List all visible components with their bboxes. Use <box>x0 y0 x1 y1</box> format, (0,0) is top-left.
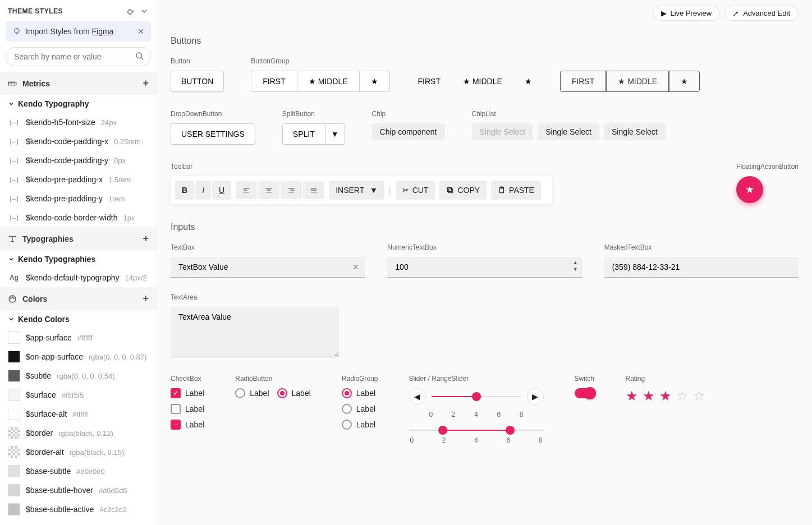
radio-group-item[interactable]: Label <box>342 388 378 398</box>
chip[interactable]: Chip component <box>372 123 445 140</box>
checkbox[interactable]: ✓Label <box>171 388 204 398</box>
group-middle[interactable]: MIDDLE <box>452 71 513 92</box>
metric-item[interactable]: $kendo-code-padding-y0px <box>0 151 157 170</box>
radio[interactable]: Label <box>277 388 311 398</box>
checkbox-indeterminate[interactable]: –Label <box>171 420 204 430</box>
spin-up[interactable]: ▲ <box>572 259 579 266</box>
button[interactable]: BUTTON <box>171 71 224 92</box>
typography-item[interactable]: Ag $kendo-default-typography 14px/2 <box>0 268 157 287</box>
color-item[interactable]: $borderrgba(black, 0.12) <box>0 423 157 443</box>
paste-button[interactable]: PASTE <box>491 181 541 200</box>
section-colors[interactable]: Colors + <box>0 287 157 310</box>
slider[interactable]: ◀ ▶ 0 2 4 6 8 <box>409 388 544 418</box>
palette-icon <box>8 294 17 303</box>
color-item[interactable]: $base-subtle#e0e0e0 <box>0 462 157 481</box>
chip-item[interactable]: Single Select <box>538 123 599 140</box>
copy-button[interactable]: COPY <box>439 181 487 200</box>
import-figma-box[interactable]: Import Styles from Figma ✕ <box>6 21 151 42</box>
star-icon <box>371 77 378 86</box>
metric-item[interactable]: $kendo-code-border-width1px <box>0 208 157 227</box>
textarea[interactable] <box>171 307 339 357</box>
lightbulb-icon <box>12 27 21 36</box>
group-middle[interactable]: MIDDLE <box>606 71 669 92</box>
color-item[interactable]: $base-subtle-active#c2c2c2 <box>0 500 157 519</box>
tree-kendo-typography[interactable]: Kendo Typography <box>0 95 157 113</box>
live-preview-button[interactable]: ▶ Live Preview <box>653 6 720 21</box>
section-metrics[interactable]: Metrics + <box>0 72 157 95</box>
underline-button[interactable]: U <box>212 181 231 200</box>
chip-item[interactable]: Single Select <box>604 123 666 140</box>
search-input[interactable] <box>6 47 151 66</box>
align-center-button[interactable] <box>258 181 279 199</box>
bold-button[interactable]: B <box>175 181 194 200</box>
rating-star[interactable]: ☆ <box>693 388 705 404</box>
masked-textbox[interactable] <box>604 257 799 278</box>
radio-group-item[interactable]: Label <box>342 404 378 414</box>
section-typographies[interactable]: Typographies + <box>0 227 157 250</box>
insert-button[interactable]: INSERT ▼ <box>329 181 384 200</box>
color-swatch <box>8 408 20 420</box>
color-item[interactable]: $subtlergba(0, 0, 0, 0.54) <box>0 366 157 385</box>
tree-kendo-colors[interactable]: Kendo Colors <box>0 310 157 328</box>
import-close-icon[interactable]: ✕ <box>137 27 144 36</box>
color-item[interactable]: $base-subtle-hover#d6d6d6 <box>0 481 157 500</box>
rating-star[interactable]: ☆ <box>676 388 689 404</box>
bucket-icon[interactable] <box>126 7 135 16</box>
radio-group-item[interactable]: Label <box>342 420 378 430</box>
slider-dec[interactable]: ◀ <box>409 388 426 405</box>
scissors-icon: ✂ <box>402 186 409 195</box>
metric-item[interactable]: $kendo-pre-padding-x1.5rem <box>0 170 157 189</box>
rating-star[interactable]: ★ <box>643 388 655 404</box>
cut-button[interactable]: ✂ CUT <box>396 181 435 200</box>
chip-item[interactable]: Single Select <box>472 123 534 140</box>
numeric-textbox[interactable] <box>387 257 581 278</box>
dropdown-button[interactable]: USER SETTINGS <box>171 123 255 145</box>
metric-item[interactable]: $kendo-code-padding-x0.25rem <box>0 132 157 151</box>
rating-star[interactable]: ★ <box>626 388 638 404</box>
floating-action-button[interactable] <box>736 176 763 203</box>
advanced-edit-button[interactable]: Advanced Edit <box>724 6 799 21</box>
group-last[interactable] <box>669 71 700 92</box>
align-left-button[interactable] <box>236 181 257 199</box>
rating-star[interactable]: ★ <box>659 388 672 404</box>
slider-inc[interactable]: ▶ <box>527 388 544 405</box>
switch[interactable] <box>575 388 595 398</box>
clear-icon[interactable]: ✕ <box>352 262 359 271</box>
group-first[interactable]: FIRST <box>407 71 452 92</box>
color-item[interactable]: $app-surface#ffffff <box>0 328 157 347</box>
add-icon[interactable]: + <box>143 293 149 305</box>
radio[interactable]: Label <box>235 388 269 398</box>
add-icon[interactable]: + <box>143 77 149 89</box>
spin-down[interactable]: ▼ <box>572 266 579 273</box>
chevron-down-icon[interactable] <box>140 7 149 16</box>
italic-button[interactable]: I <box>195 181 211 200</box>
type-icon <box>8 234 17 243</box>
color-item[interactable]: $surface-alt#ffffff <box>0 404 157 423</box>
group-middle[interactable]: MIDDLE <box>297 71 359 92</box>
search-icon[interactable] <box>135 52 144 61</box>
checkbox[interactable]: Label <box>171 404 204 414</box>
group-last[interactable] <box>513 71 543 92</box>
group-first[interactable]: FIRST <box>560 71 606 92</box>
split-button[interactable]: SPLIT <box>282 123 325 145</box>
align-right-button[interactable] <box>281 181 302 199</box>
group-last[interactable] <box>359 71 390 92</box>
group-first[interactable]: FIRST <box>251 71 296 92</box>
rating[interactable]: ★★★☆☆ <box>626 388 705 404</box>
color-item[interactable]: $surface#f5f5f5 <box>0 385 157 404</box>
metric-item[interactable]: $kendo-h5-font-size24px <box>0 113 157 132</box>
color-item[interactable]: $border-altrgba(black, 0.15) <box>0 443 157 462</box>
metric-icon <box>8 211 20 224</box>
add-icon[interactable]: + <box>143 233 149 245</box>
metric-item[interactable]: $kendo-pre-padding-y1rem <box>0 189 157 208</box>
align-justify-button[interactable] <box>303 181 324 199</box>
range-slider[interactable]: 0 2 4 6 8 <box>409 430 544 444</box>
clipboard-icon <box>498 186 506 194</box>
split-arrow[interactable]: ▼ <box>325 123 345 145</box>
textbox[interactable] <box>171 257 365 278</box>
tree-kendo-typographies[interactable]: Kendo Typographies <box>0 250 157 268</box>
section-inputs-title: Inputs <box>171 222 799 232</box>
sidebar: THEME STYLES Import Styles from Figma ✕ <box>0 0 157 525</box>
color-item[interactable]: $on-app-surfacergba(0, 0, 0, 0.87) <box>0 347 157 366</box>
color-swatch <box>8 465 20 477</box>
